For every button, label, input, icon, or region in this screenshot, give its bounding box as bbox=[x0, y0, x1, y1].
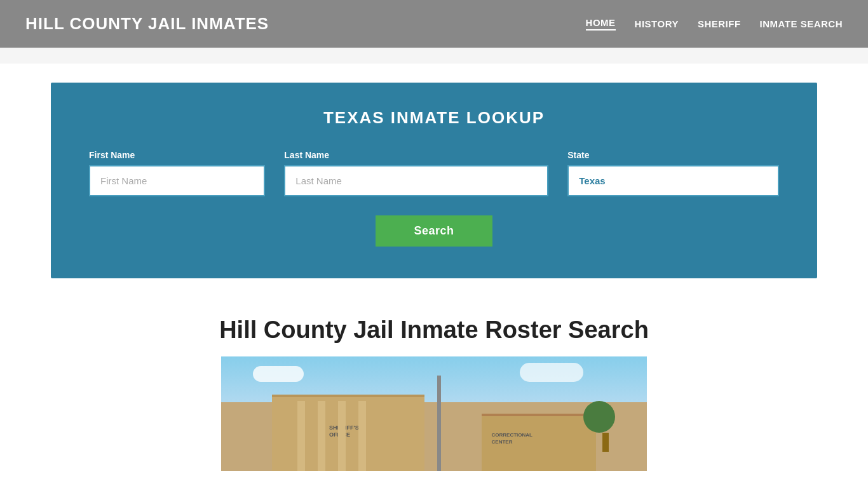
page-heading: Hill County Jail Inmate Roster Search bbox=[51, 316, 817, 344]
first-name-label: First Name bbox=[89, 150, 265, 160]
nav-sheriff[interactable]: SHERIFF bbox=[698, 18, 741, 29]
tree-trunk bbox=[602, 433, 609, 452]
search-button-row: Search bbox=[89, 215, 779, 247]
tree bbox=[596, 401, 615, 452]
column-4 bbox=[358, 401, 366, 471]
nav-inmate-search[interactable]: INMATE SEARCH bbox=[760, 18, 843, 29]
corrections-sign: CORRECTIONALCENTER bbox=[492, 432, 532, 445]
site-header: HILL COUNTY JAIL INMATES HOME HISTORY SH… bbox=[0, 0, 868, 48]
column-1 bbox=[297, 401, 305, 471]
state-input[interactable] bbox=[567, 165, 779, 196]
main-nav: HOME HISTORY SHERIFF INMATE SEARCH bbox=[586, 17, 843, 30]
cloud-2 bbox=[520, 363, 583, 382]
state-group: State bbox=[567, 150, 779, 196]
state-label: State bbox=[567, 150, 779, 160]
column-2 bbox=[318, 401, 325, 471]
building-scene: SHERIFF'SOFFICE CORRECTIONALCENTER bbox=[221, 356, 647, 471]
last-name-label: Last Name bbox=[284, 150, 548, 160]
lookup-title: TEXAS INMATE LOOKUP bbox=[89, 108, 779, 128]
nav-home[interactable]: HOME bbox=[586, 17, 616, 30]
search-button[interactable]: Search bbox=[376, 215, 492, 247]
column-3 bbox=[338, 401, 346, 471]
first-name-group: First Name bbox=[89, 150, 265, 196]
inmate-lookup-section: TEXAS INMATE LOOKUP First Name Last Name… bbox=[51, 83, 817, 278]
building-image: SHERIFF'SOFFICE CORRECTIONALCENTER bbox=[221, 356, 647, 471]
main-content: Hill County Jail Inmate Roster Search SH… bbox=[0, 297, 868, 488]
sub-header-bar bbox=[0, 48, 868, 64]
building-columns bbox=[297, 401, 366, 471]
last-name-group: Last Name bbox=[284, 150, 548, 196]
search-fields-row: First Name Last Name State bbox=[89, 150, 779, 196]
last-name-input[interactable] bbox=[284, 165, 548, 196]
nav-history[interactable]: HISTORY bbox=[635, 18, 679, 29]
cloud-1 bbox=[253, 366, 304, 382]
tree-top bbox=[583, 401, 615, 433]
first-name-input[interactable] bbox=[89, 165, 265, 196]
flag-pole bbox=[437, 376, 441, 471]
right-building: CORRECTIONALCENTER bbox=[482, 414, 596, 471]
site-title: HILL COUNTY JAIL INMATES bbox=[25, 14, 269, 34]
